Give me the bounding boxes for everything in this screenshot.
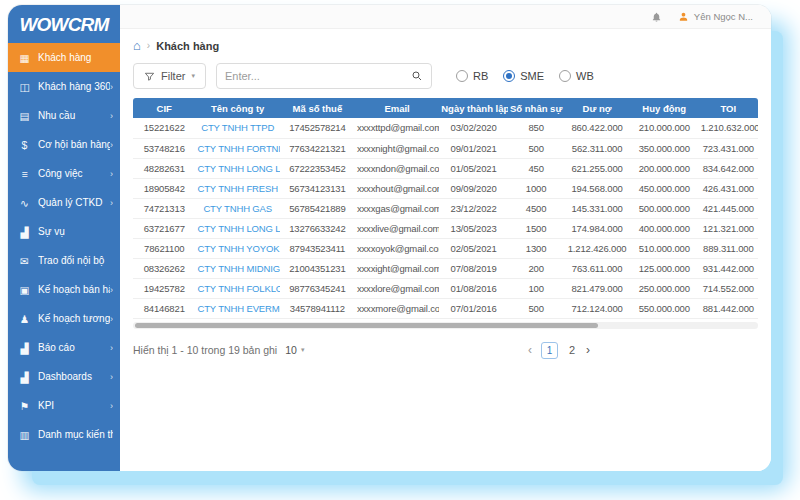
company-name-link[interactable]: CTY TNHH FORTNIGHT [196, 138, 280, 158]
sidebar-item-kpi[interactable]: ⚑KPI› [8, 391, 120, 420]
main-area: Yên Ngọc N... ⌂ › Khách hàng Filter ▾ [120, 5, 771, 471]
user-name: Yên Ngọc N... [694, 11, 753, 22]
table-cell: 714.552.000 [699, 278, 758, 298]
sidebar-item-bao-cao[interactable]: ▟Báo cáo› [8, 333, 120, 362]
table-cell: xxxxhout@gmail.com [355, 178, 439, 198]
table-cell: 48282631 [133, 158, 196, 178]
sidebar-item-label: Kế hoạch bán hàng [38, 284, 110, 295]
table-cell: 67222353452 [280, 158, 355, 178]
table-cell: 09/01/2021 [439, 138, 508, 158]
search-icon [411, 70, 423, 82]
table-cell: 13/05/2023 [439, 218, 508, 238]
filter-button[interactable]: Filter ▾ [133, 63, 206, 89]
table-cell: 07/01/2016 [439, 298, 508, 318]
sidebar-item-cong-viec[interactable]: ≡Công việc› [8, 159, 120, 188]
kpi-flag-icon: ⚑ [18, 400, 31, 412]
records-summary: Hiển thị 1 - 10 trong 19 bản ghi [133, 344, 277, 356]
sidebar-item-quan-ly-ctkd[interactable]: ∿Quản lý CTKD› [8, 188, 120, 217]
table-cell: 210.000.000 [630, 118, 699, 138]
sidebar-item-ke-hoach-tuong-tac[interactable]: ♟Kế hoạch tương tác› [8, 304, 120, 333]
table-row: 18905842CTY TNHH FRESH OUT56734123131xxx… [133, 178, 758, 198]
table-body: 15221622CTY TNHH TTPD17452578214xxxxttpd… [133, 118, 758, 318]
table-cell: xxxxlive@gmail.com [355, 218, 439, 238]
table-cell: xxxxlore@gmail.com [355, 278, 439, 298]
chevron-right-icon: › [110, 140, 113, 150]
radio-label: SME [520, 70, 544, 82]
chevron-right-icon: › [110, 198, 113, 208]
knowledge-book-icon: ▥ [18, 429, 31, 441]
table-cell: 1000 [508, 178, 564, 198]
sidebar-item-khach-hang[interactable]: ▦Khách hàng [8, 43, 120, 72]
table-cell: 723.431.000 [699, 138, 758, 158]
chevron-right-icon: › [110, 401, 113, 411]
prev-page-button[interactable]: ‹ [528, 343, 532, 357]
table-cell: xxxxttpd@gmail.com [355, 118, 439, 138]
chevron-right-icon: › [110, 372, 113, 382]
column-header: Dư nợ [564, 98, 630, 118]
sidebar-item-su-vu[interactable]: ▟Sự vụ [8, 217, 120, 246]
table-cell: 100 [508, 278, 564, 298]
next-page-button[interactable]: › [586, 343, 590, 357]
radio-sme[interactable]: SME [503, 70, 544, 82]
envelope-icon: ✉ [18, 255, 31, 267]
table-cell: 860.422.000 [564, 118, 630, 138]
company-name-link[interactable]: CTY TNHH FOLKLORE [196, 278, 280, 298]
radio-rb[interactable]: RB [456, 70, 488, 82]
line-chart-icon: ∿ [18, 197, 31, 209]
sidebar-item-co-hoi-ban-hang[interactable]: $Cơ hội bán hàng› [8, 130, 120, 159]
company-name-link[interactable]: CTY TNHH MIDNIGHT [196, 258, 280, 278]
table-cell: 17452578214 [280, 118, 355, 138]
tasks-list-icon: ≡ [18, 168, 31, 180]
page-size-select[interactable]: 10 ▾ [285, 344, 304, 356]
radio-wb[interactable]: WB [559, 70, 594, 82]
sidebar-item-label: Công việc [38, 168, 110, 179]
radio-label: RB [473, 70, 488, 82]
home-icon[interactable]: ⌂ [133, 39, 141, 52]
table-cell: 500.000.000 [630, 198, 699, 218]
radio-label: WB [576, 70, 594, 82]
table-cell: 510.000.000 [630, 238, 699, 258]
table-cell: 77634221321 [280, 138, 355, 158]
table-cell: 4500 [508, 198, 564, 218]
table-row: 19425782CTY TNHH FOLKLORE98776345241xxxx… [133, 278, 758, 298]
sidebar-item-dashboards[interactable]: ▟Dashboards› [8, 362, 120, 391]
company-name-link[interactable]: CTY TNHH GAS [196, 198, 280, 218]
table-cell: 1.210.632.000 [699, 118, 758, 138]
search-input[interactable] [225, 70, 411, 82]
table-row: 74721313CTY TNHH GAS56785421889xxxxgas@g… [133, 198, 758, 218]
page-button-1[interactable]: 1 [541, 342, 558, 359]
company-name-link[interactable]: CTY TNHH EVERMORE [196, 298, 280, 318]
sidebar-item-label: Danh mục kiến thức [38, 429, 113, 440]
table-cell: 07/08/2019 [439, 258, 508, 278]
sidebar-item-trao-doi-noi-bo[interactable]: ✉Trao đổi nội bộ [8, 246, 120, 275]
app-logo: WOWCRM [8, 5, 120, 43]
company-name-link[interactable]: CTY TNHH LONG LIVE [196, 218, 280, 238]
table-cell: 931.442.000 [699, 258, 758, 278]
sidebar: WOWCRM ▦Khách hàng◫Khách hàng 360›▤Nhu c… [8, 5, 120, 471]
sidebar-item-danh-muc-kien-thuc[interactable]: ▥Danh mục kiến thức [8, 420, 120, 449]
table-cell: 1500 [508, 218, 564, 238]
table-cell: 53748216 [133, 138, 196, 158]
customer-360-icon: ◫ [18, 81, 31, 93]
table-cell: 1.212.426.000 [564, 238, 630, 258]
horizontal-scrollbar[interactable] [133, 322, 758, 329]
company-name-link[interactable]: CTY TNHH YOYOK [196, 238, 280, 258]
notification-bell-icon[interactable] [651, 11, 662, 23]
company-name-link[interactable]: CTY TNHH FRESH OUT [196, 178, 280, 198]
chevron-down-icon: ▾ [191, 72, 195, 80]
user-menu[interactable]: Yên Ngọc N... [678, 11, 753, 22]
table-cell: 562.311.000 [564, 138, 630, 158]
sidebar-item-khach-hang-360[interactable]: ◫Khách hàng 360› [8, 72, 120, 101]
customers-table: CIFTên công tyMã số thuếEmailNgày thành … [133, 98, 758, 319]
sidebar-item-ke-hoach-ban-hang[interactable]: ▣Kế hoạch bán hàng› [8, 275, 120, 304]
company-name-link[interactable]: CTY TNHH TTPD [196, 118, 280, 138]
scrollbar-thumb[interactable] [135, 323, 598, 328]
table-cell: 621.255.000 [564, 158, 630, 178]
table-cell: xxxxight@gmail.com [355, 258, 439, 278]
page-button-2[interactable]: 2 [567, 344, 577, 356]
table-cell: 1300 [508, 238, 564, 258]
chevron-right-icon: › [110, 111, 113, 121]
company-name-link[interactable]: CTY TNHH LONG LONDON [196, 158, 280, 178]
table-cell: 23/12/2022 [439, 198, 508, 218]
sidebar-item-nhu-cau[interactable]: ▤Nhu cầu› [8, 101, 120, 130]
